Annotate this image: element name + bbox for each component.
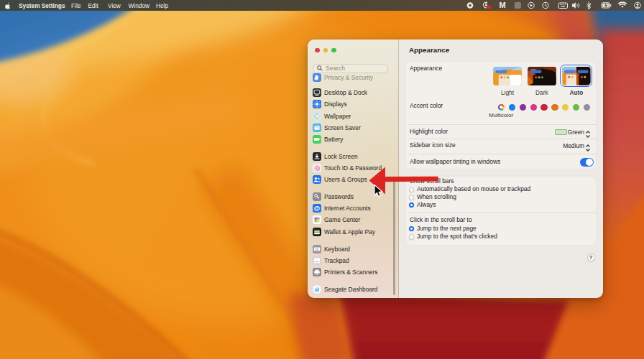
svg-text:M: M xyxy=(499,1,505,9)
